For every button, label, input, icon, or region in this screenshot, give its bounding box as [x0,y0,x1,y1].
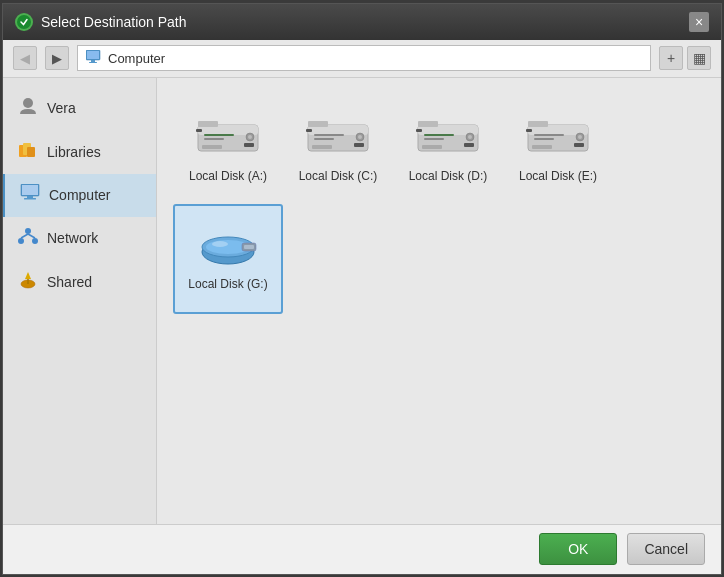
svg-rect-29 [204,134,234,136]
disk-label-e: Local Disk (E:) [519,169,597,183]
svg-rect-60 [534,138,554,140]
disk-item-d[interactable]: Local Disk (D:) [393,94,503,204]
new-folder-button[interactable]: + [659,46,683,70]
svg-rect-4 [89,62,97,63]
address-bar: Computer [77,45,651,71]
hdd-icon-c [304,115,372,161]
sidebar-item-computer[interactable]: Computer [3,174,156,217]
svg-rect-24 [244,143,254,147]
svg-rect-54 [574,143,584,147]
disk-item-e[interactable]: Local Disk (E:) [503,94,613,204]
svg-rect-53 [532,145,552,149]
svg-rect-59 [534,134,564,136]
svg-point-0 [17,15,31,29]
svg-rect-10 [22,185,38,195]
libraries-icon [17,141,39,164]
sidebar-label-computer: Computer [49,187,110,203]
sidebar-label-network: Network [47,230,98,246]
svg-point-13 [25,228,31,234]
svg-point-58 [578,135,582,139]
close-button[interactable]: × [689,12,709,32]
sidebar-item-network[interactable]: Network [3,217,156,260]
sidebar-item-libraries[interactable]: Libraries [3,131,156,174]
computer-sidebar-icon [19,184,41,207]
svg-marker-19 [25,272,31,279]
disk-item-g[interactable]: Local Disk (G:) [173,204,283,314]
content-area: Vera Libraries [3,78,721,524]
view-button[interactable]: ▦ [687,46,711,70]
svg-rect-35 [306,129,312,132]
svg-point-48 [468,135,472,139]
svg-rect-8 [27,147,35,157]
cancel-button[interactable]: Cancel [627,533,705,565]
shared-icon [17,270,39,295]
disk-label-c: Local Disk (C:) [299,169,378,183]
network-icon [17,227,39,250]
hdd-icon-e [524,115,592,161]
hdd-icon-d [414,115,482,161]
sidebar-label-vera: Vera [47,100,76,116]
svg-rect-2 [87,51,99,59]
dialog: Select Destination Path × ◀ ▶ Computer +… [2,3,722,575]
main-content: Local Disk (A:) Local Disk (C:) [157,78,721,524]
svg-rect-45 [416,129,422,132]
svg-rect-33 [312,145,332,149]
ok-button[interactable]: OK [539,533,617,565]
svg-point-5 [23,98,33,108]
svg-rect-39 [314,134,344,136]
disk-label-a: Local Disk (A:) [189,169,267,183]
disk-item-a[interactable]: Local Disk (A:) [173,94,283,204]
title-bar: Select Destination Path × [3,4,721,40]
sidebar-item-vera[interactable]: Vera [3,86,156,131]
disk-label-d: Local Disk (D:) [409,169,488,183]
svg-line-16 [21,234,28,238]
svg-line-17 [28,234,35,238]
svg-rect-23 [202,145,222,149]
svg-rect-26 [198,121,218,127]
svg-rect-3 [91,60,95,62]
svg-point-15 [32,238,38,244]
svg-rect-11 [27,196,33,198]
vera-icon [17,96,39,121]
sidebar-item-shared[interactable]: Shared [3,260,156,305]
svg-rect-50 [424,138,444,140]
svg-point-28 [248,135,252,139]
disk-item-c[interactable]: Local Disk (C:) [283,94,393,204]
usb-icon-g [192,227,264,269]
svg-point-38 [358,135,362,139]
toolbar: ◀ ▶ Computer + ▦ [3,40,721,78]
svg-point-14 [18,238,24,244]
svg-rect-44 [464,143,474,147]
svg-rect-36 [308,121,328,127]
back-button[interactable]: ◀ [13,46,37,70]
svg-rect-55 [526,129,532,132]
svg-rect-25 [196,129,202,132]
svg-rect-46 [418,121,438,127]
disk-label-g: Local Disk (G:) [188,277,267,291]
toolbar-right: + ▦ [659,46,711,70]
svg-rect-49 [424,134,454,136]
bottom-bar: OK Cancel [3,524,721,574]
app-icon [15,13,33,31]
title-bar-left: Select Destination Path [15,13,187,31]
sidebar-label-libraries: Libraries [47,144,101,160]
svg-rect-65 [244,245,254,249]
svg-rect-34 [354,143,364,147]
svg-rect-56 [528,121,548,127]
hdd-icon-a [194,115,262,161]
sidebar: Vera Libraries [3,78,157,524]
address-text: Computer [108,51,165,66]
dialog-title: Select Destination Path [41,14,187,30]
svg-rect-40 [314,138,334,140]
svg-rect-12 [24,198,36,200]
svg-rect-43 [422,145,442,149]
svg-point-66 [212,241,228,247]
computer-icon [86,50,102,67]
forward-button[interactable]: ▶ [45,46,69,70]
sidebar-label-shared: Shared [47,274,92,290]
svg-rect-30 [204,138,224,140]
